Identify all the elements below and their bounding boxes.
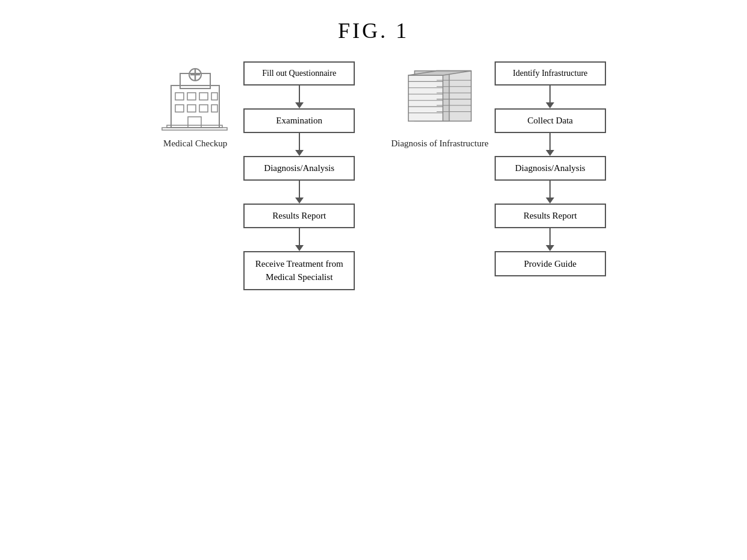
svg-rect-0	[171, 86, 219, 128]
svg-rect-11	[199, 105, 208, 112]
svg-rect-12	[211, 105, 217, 112]
svg-rect-13	[188, 117, 201, 128]
right-box-3: Results Report	[495, 204, 606, 228]
svg-rect-5	[175, 93, 184, 100]
left-box-2: Diagnosis/Analysis	[243, 156, 355, 181]
server-icon	[401, 61, 479, 134]
left-box-1: Examination	[243, 108, 355, 133]
right-box-4: Provide Guide	[495, 251, 606, 277]
svg-rect-10	[187, 105, 196, 112]
svg-rect-8	[211, 93, 217, 100]
infrastructure-label: Diagnosis of Infrastructure	[391, 138, 489, 149]
right-box-0: Identify Infrastructure	[495, 61, 606, 86]
right-box-1: Collect Data	[495, 108, 606, 133]
left-box-4: Receive Treatment from Medical Specialis…	[243, 251, 355, 290]
svg-rect-6	[187, 93, 196, 100]
left-box-3: Results Report	[243, 204, 355, 228]
hospital-label: Medical Checkup	[163, 138, 227, 149]
svg-rect-18	[408, 75, 443, 121]
svg-rect-15	[162, 128, 227, 130]
left-box-0: Fill out Questionnaire	[243, 61, 355, 86]
svg-rect-7	[199, 93, 208, 100]
hospital-icon	[153, 61, 237, 134]
page-title: FIG. 1	[0, 0, 747, 55]
right-box-2: Diagnosis/Analysis	[495, 156, 606, 181]
svg-rect-9	[175, 105, 184, 112]
